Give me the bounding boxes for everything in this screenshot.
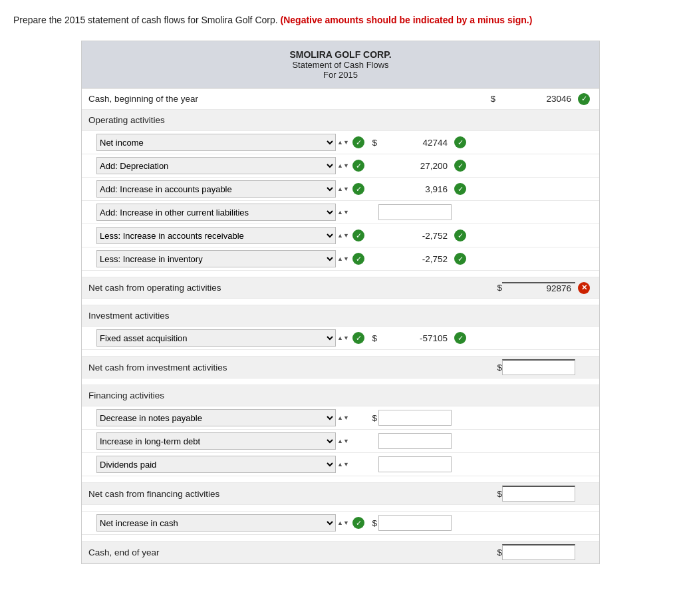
- spinner-icon[interactable]: ▲▼: [337, 186, 349, 192]
- net-cash-financing-input[interactable]: [502, 486, 575, 502]
- fixed-asset-dollar: $: [366, 333, 378, 343]
- net-cash-investment-label: Net cash from investment activities: [88, 363, 490, 373]
- spinner-icon[interactable]: ▲▼: [337, 140, 349, 146]
- row-net-cash-operating: Net cash from operating activities $ 928…: [82, 277, 599, 299]
- net-cash-operating-dollar: $: [490, 283, 502, 293]
- row-net-cash-financing: Net cash from financing activities $: [82, 483, 599, 505]
- row-notes-payable: Decrease in notes payable ▲▼ $: [82, 406, 599, 430]
- accounts-payable-spinner[interactable]: ▲▼: [336, 186, 350, 192]
- notes-payable-spinner[interactable]: ▲▼: [336, 415, 350, 421]
- cash-begin-label: Cash, beginning of the year: [88, 94, 483, 104]
- spacer2: [82, 299, 599, 305]
- depreciation-value: 27,200: [378, 161, 452, 171]
- other-liabilities-select[interactable]: Add: Increase in other current liabiliti…: [96, 204, 336, 221]
- other-liabilities-spinner[interactable]: ▲▼: [336, 210, 350, 216]
- fixed-asset-spinner[interactable]: ▲▼: [336, 335, 350, 341]
- check-icon: ✓: [578, 93, 590, 105]
- spinner-icon[interactable]: ▲▼: [337, 462, 349, 468]
- period: For 2015: [88, 70, 593, 80]
- accounts-receivable-spinner[interactable]: ▲▼: [336, 233, 350, 239]
- long-term-debt-select[interactable]: Increase in long-term debt: [96, 432, 336, 450]
- net-cash-investment-dollar: $: [490, 363, 502, 373]
- spinner-icon[interactable]: ▲▼: [337, 415, 349, 421]
- net-increase-input[interactable]: [378, 515, 452, 531]
- check-icon: ✓: [454, 332, 466, 344]
- inventory-select[interactable]: Less: Increase in inventory: [96, 250, 336, 267]
- net-income-spinner[interactable]: ▲▼: [336, 140, 350, 146]
- notes-payable-select[interactable]: Decrease in notes payable: [96, 409, 336, 426]
- dividends-input[interactable]: [378, 456, 452, 472]
- financing-header-label: Financing activities: [88, 390, 593, 400]
- row-operating-header: Operating activities: [82, 110, 599, 131]
- notes-payable-input[interactable]: [378, 410, 452, 426]
- long-term-debt-spinner[interactable]: ▲▼: [336, 438, 350, 444]
- inventory-spinner[interactable]: ▲▼: [336, 256, 350, 262]
- spacer3: [82, 350, 599, 357]
- inventory-value: -2,752: [378, 254, 452, 264]
- spacer7: [82, 535, 599, 541]
- instruction-red: (Negative amounts should be indicated by…: [281, 15, 533, 25]
- net-cash-financing-label: Net cash from financing activities: [88, 489, 490, 499]
- net-income-select[interactable]: Net income: [96, 134, 336, 151]
- depreciation-spinner[interactable]: ▲▼: [336, 163, 350, 169]
- statement-body: Cash, beginning of the year $ 23046 ✓ Op…: [82, 88, 599, 563]
- check-icon: ✓: [454, 160, 466, 172]
- row-accounts-receivable: Less: Increase in accounts receivable ▲▼…: [82, 224, 599, 247]
- accounts-receivable-select[interactable]: Less: Increase in accounts receivable: [96, 227, 336, 244]
- cash-begin-value: 23046: [495, 94, 575, 104]
- x-icon: ✕: [578, 282, 590, 294]
- dividends-spinner[interactable]: ▲▼: [336, 462, 350, 468]
- row-investment-header: Investment activities: [82, 305, 599, 327]
- long-term-debt-input[interactable]: [378, 433, 452, 449]
- notes-payable-dollar: $: [366, 413, 378, 423]
- row-long-term-debt: Increase in long-term debt ▲▼: [82, 430, 599, 453]
- net-cash-operating-value: 92876: [502, 282, 575, 293]
- net-cash-operating-label: Net cash from operating activities: [88, 283, 490, 293]
- cash-begin-dollar: $: [483, 94, 495, 104]
- statement-header: SMOLIRA GOLF CORP. Statement of Cash Flo…: [82, 41, 599, 88]
- spacer6: [82, 505, 599, 512]
- row-cash-end: Cash, end of year $: [82, 541, 599, 563]
- net-increase-cash-select[interactable]: Net increase in cash: [96, 514, 336, 532]
- check-icon: ✓: [352, 517, 364, 529]
- instruction-main: Prepare the 2015 statement of cash flows…: [13, 15, 278, 25]
- row-dividends: Dividends paid ▲▼: [82, 453, 599, 476]
- check-icon: ✓: [454, 136, 466, 148]
- fixed-asset-select[interactable]: Fixed asset acquisition: [96, 329, 336, 347]
- row-net-increase-cash: Net increase in cash ▲▼ ✓ $: [82, 512, 599, 535]
- dividends-select[interactable]: Dividends paid: [96, 456, 336, 473]
- other-liabilities-input[interactable]: [378, 204, 452, 220]
- check-icon: ✓: [352, 230, 364, 241]
- row-net-income: Net income ▲▼ ✓ $ 42744 ✓: [82, 131, 599, 154]
- row-cash-begin: Cash, beginning of the year $ 23046 ✓: [82, 88, 599, 110]
- check-icon: ✓: [352, 136, 364, 148]
- row-financing-header: Financing activities: [82, 385, 599, 406]
- spinner-icon[interactable]: ▲▼: [337, 438, 349, 444]
- spinner-icon[interactable]: ▲▼: [337, 163, 349, 169]
- accounts-payable-select[interactable]: Add: Increase in accounts payable: [96, 180, 336, 198]
- operating-header-label: Operating activities: [88, 115, 593, 125]
- spinner-icon[interactable]: ▲▼: [337, 233, 349, 239]
- net-increase-spinner[interactable]: ▲▼: [336, 520, 350, 526]
- cash-begin-status: ✓: [575, 93, 593, 105]
- cash-end-label: Cash, end of year: [88, 547, 490, 557]
- net-cash-investment-input[interactable]: [502, 359, 575, 375]
- fixed-asset-value: -57105: [378, 333, 452, 343]
- spinner-icon[interactable]: ▲▼: [337, 210, 349, 216]
- spacer1: [82, 271, 599, 277]
- row-fixed-asset: Fixed asset acquisition ▲▼ ✓ $ -57105 ✓: [82, 327, 599, 350]
- accounts-payable-value: 3,916: [378, 184, 452, 194]
- spacer4: [82, 379, 599, 385]
- net-income-dollar: $: [366, 138, 378, 148]
- row-inventory: Less: Increase in inventory ▲▼ ✓ -2,752 …: [82, 247, 599, 271]
- spinner-icon[interactable]: ▲▼: [337, 335, 349, 341]
- row-depreciation: Add: Depreciation ▲▼ ✓ 27,200 ✓: [82, 154, 599, 178]
- spinner-icon[interactable]: ▲▼: [337, 520, 349, 526]
- spinner-icon[interactable]: ▲▼: [337, 256, 349, 262]
- check-icon: ✓: [454, 230, 466, 241]
- depreciation-select[interactable]: Add: Depreciation: [96, 157, 336, 174]
- statement-container: SMOLIRA GOLF CORP. Statement of Cash Flo…: [81, 41, 600, 564]
- accounts-receivable-value: -2,752: [378, 231, 452, 241]
- cash-end-input[interactable]: [502, 544, 575, 560]
- net-cash-financing-dollar: $: [490, 489, 502, 499]
